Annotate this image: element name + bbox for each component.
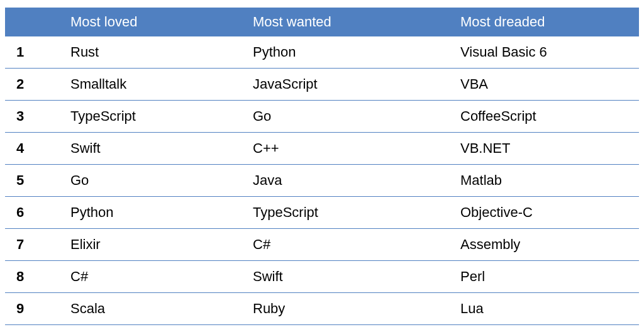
table-header-row: Most loved Most wanted Most dreaded — [5, 8, 639, 36]
cell-wanted: Java — [250, 165, 458, 197]
cell-dreaded: VBA — [458, 69, 639, 101]
cell-dreaded: Lua — [458, 293, 639, 325]
cell-loved: Scala — [68, 293, 250, 325]
cell-rank: 5 — [5, 165, 68, 197]
cell-rank: 10 — [5, 325, 68, 333]
cell-dreaded: Visual Basic 6 — [458, 36, 639, 69]
cell-dreaded: VB.NET — [458, 133, 639, 165]
cell-wanted: Rust — [250, 325, 458, 333]
cell-rank: 2 — [5, 69, 68, 101]
cell-wanted: Python — [250, 36, 458, 69]
table-row: 3 TypeScript Go CoffeeScript — [5, 101, 639, 133]
cell-rank: 6 — [5, 197, 68, 229]
table-row: 7 Elixir C# Assembly — [5, 229, 639, 261]
cell-dreaded: Hack — [458, 325, 639, 333]
cell-rank: 1 — [5, 36, 68, 69]
table-row: 6 Python TypeScript Objective-C — [5, 197, 639, 229]
table-row: 1 Rust Python Visual Basic 6 — [5, 36, 639, 69]
cell-loved: Swift — [68, 133, 250, 165]
cell-rank: 4 — [5, 133, 68, 165]
table-row: 5 Go Java Matlab — [5, 165, 639, 197]
cell-rank: 3 — [5, 101, 68, 133]
cell-rank: 8 — [5, 261, 68, 293]
cell-loved: Rust — [68, 36, 250, 69]
cell-dreaded: Assembly — [458, 229, 639, 261]
header-dreaded: Most dreaded — [458, 8, 639, 36]
cell-wanted: C++ — [250, 133, 458, 165]
table-row: 9 Scala Ruby Lua — [5, 293, 639, 325]
cell-loved: Go — [68, 165, 250, 197]
cell-loved: TypeScript — [68, 101, 250, 133]
cell-wanted: JavaScript — [250, 69, 458, 101]
cell-rank: 7 — [5, 229, 68, 261]
cell-wanted: Ruby — [250, 293, 458, 325]
cell-loved: Clojure — [68, 325, 250, 333]
language-ranking-table: Most loved Most wanted Most dreaded 1 Ru… — [5, 8, 639, 332]
header-loved: Most loved — [68, 8, 250, 36]
table-row: 2 Smalltalk JavaScript VBA — [5, 69, 639, 101]
table-row: 10 Clojure Rust Hack — [5, 325, 639, 333]
cell-loved: C# — [68, 261, 250, 293]
cell-wanted: Swift — [250, 261, 458, 293]
cell-wanted: Go — [250, 101, 458, 133]
table-body: 1 Rust Python Visual Basic 6 2 Smalltalk… — [5, 36, 639, 332]
table-row: 8 C# Swift Perl — [5, 261, 639, 293]
cell-loved: Elixir — [68, 229, 250, 261]
cell-rank: 9 — [5, 293, 68, 325]
cell-dreaded: Matlab — [458, 165, 639, 197]
cell-dreaded: Objective-C — [458, 197, 639, 229]
cell-wanted: C# — [250, 229, 458, 261]
cell-dreaded: Perl — [458, 261, 639, 293]
header-rank — [5, 8, 68, 36]
table-row: 4 Swift C++ VB.NET — [5, 133, 639, 165]
header-wanted: Most wanted — [250, 8, 458, 36]
cell-wanted: TypeScript — [250, 197, 458, 229]
cell-loved: Python — [68, 197, 250, 229]
cell-loved: Smalltalk — [68, 69, 250, 101]
cell-dreaded: CoffeeScript — [458, 101, 639, 133]
